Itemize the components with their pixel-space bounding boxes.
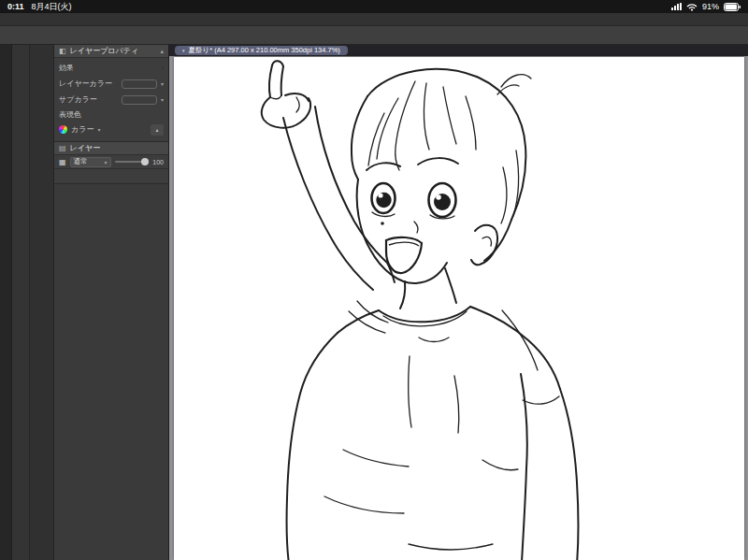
tab-caret-icon: ▾ bbox=[182, 48, 185, 53]
status-left: 0:11 8月4日(火) bbox=[7, 1, 72, 13]
cellular-icon bbox=[671, 3, 682, 10]
layer-property-header[interactable]: ◧ レイヤープロパティ ▴ bbox=[54, 45, 168, 58]
edge-bar bbox=[0, 45, 12, 560]
canvas-line-art bbox=[174, 57, 744, 560]
layers-panel: ▤ レイヤー ▦ 通常 ▾ 100 bbox=[54, 142, 168, 560]
expression-color-icon bbox=[59, 125, 67, 134]
opacity-slider[interactable] bbox=[115, 161, 150, 163]
layer-property-panel: ◧ レイヤープロパティ ▴ 効果 レイヤーカラー ▾ bbox=[54, 45, 168, 142]
expression-caret-icon[interactable]: ▾ bbox=[97, 126, 100, 133]
blend-mode-value: 通常 bbox=[74, 157, 88, 166]
canvas-tab-bar: ▾ 夏祭り* (A4 297.00 x 210.00mm 350dpi 134.… bbox=[169, 45, 748, 56]
layers-panel-header[interactable]: ▤ レイヤー bbox=[54, 142, 168, 155]
battery-icon bbox=[724, 3, 741, 11]
top-toolbar bbox=[0, 26, 748, 45]
layer-color-label: レイヤーカラー bbox=[59, 79, 112, 89]
effect-button-group bbox=[162, 67, 164, 69]
status-right: 91% bbox=[671, 2, 741, 11]
clip-studio-paint-window: 0:11 8月4日(火) 91% bbox=[0, 0, 748, 560]
panel-collapse-icon[interactable]: ▴ bbox=[160, 48, 164, 55]
blend-grid-icon: ▦ bbox=[59, 158, 66, 166]
layer-list bbox=[54, 184, 168, 560]
layer-property-title: レイヤープロパティ bbox=[70, 46, 157, 56]
wifi-icon bbox=[686, 3, 698, 11]
blend-caret-icon: ▾ bbox=[105, 159, 108, 165]
canvas-tab-title: 夏祭り* (A4 297.00 x 210.00mm 350dpi 134.7%… bbox=[189, 46, 340, 55]
expression-label: 表現色 bbox=[59, 109, 81, 120]
opacity-value: 100 bbox=[152, 159, 164, 165]
content: ◧ レイヤープロパティ ▴ 効果 レイヤーカラー ▾ bbox=[0, 45, 748, 560]
layer-property-body: 効果 レイヤーカラー ▾ サブカラー ▾ bbox=[54, 58, 168, 142]
sub-color-caret-icon[interactable]: ▾ bbox=[161, 96, 164, 103]
layer-property-icon: ◧ bbox=[59, 47, 66, 55]
palette-dock bbox=[30, 45, 54, 560]
status-bar: 0:11 8月4日(火) 91% bbox=[0, 0, 748, 13]
sub-color-swatch[interactable] bbox=[122, 95, 157, 105]
effect-label: 効果 bbox=[59, 63, 74, 73]
tool-bar bbox=[12, 45, 30, 560]
expression-expand-button[interactable]: ▴ bbox=[151, 124, 164, 136]
layer-color-caret-icon[interactable]: ▾ bbox=[161, 80, 164, 87]
clock: 0:11 bbox=[7, 2, 24, 11]
expression-value[interactable]: カラー bbox=[71, 124, 94, 135]
opacity-slider-knob[interactable] bbox=[141, 158, 149, 165]
palette-panels: ◧ レイヤープロパティ ▴ 効果 レイヤーカラー ▾ bbox=[54, 45, 169, 560]
blend-mode-select[interactable]: 通常 ▾ bbox=[70, 157, 111, 167]
date: 8月4日(火) bbox=[32, 1, 72, 13]
layers-panel-icon: ▤ bbox=[59, 144, 66, 152]
menu-bar bbox=[0, 13, 748, 26]
sub-color-label: サブカラー bbox=[59, 94, 97, 105]
layers-toolbar-top: ▦ 通常 ▾ 100 bbox=[54, 155, 168, 169]
canvas-tab[interactable]: ▾ 夏祭り* (A4 297.00 x 210.00mm 350dpi 134.… bbox=[175, 46, 348, 55]
layer-color-swatch[interactable] bbox=[122, 79, 157, 89]
pasteboard[interactable] bbox=[169, 56, 748, 560]
layers-toolbar-icons bbox=[54, 169, 168, 184]
battery-percent: 91% bbox=[702, 2, 719, 11]
canvas-paper[interactable] bbox=[174, 57, 744, 560]
layers-panel-title: レイヤー bbox=[70, 143, 164, 153]
canvas-area: ▾ 夏祭り* (A4 297.00 x 210.00mm 350dpi 134.… bbox=[169, 45, 748, 560]
